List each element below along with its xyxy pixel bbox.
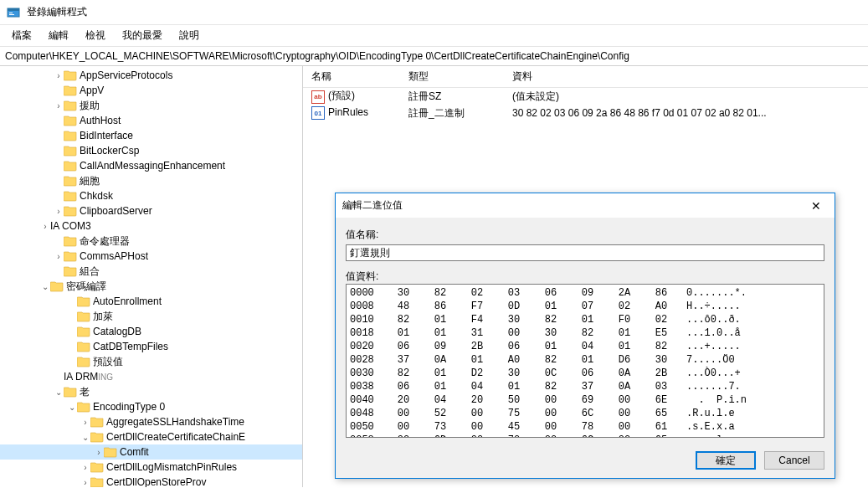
hex-line[interactable]: 00003082020306092A860.......*. bbox=[350, 286, 820, 300]
svg-rect-1 bbox=[8, 8, 19, 11]
address-bar[interactable]: Computer\HKEY_LOCAL_MACHINE\SOFTWARE\Mic… bbox=[0, 47, 868, 66]
hex-line[interactable]: 00500073004500780061.s.E.x.a bbox=[350, 420, 820, 434]
tree-item-label: AppV bbox=[80, 85, 104, 96]
chevron-down-icon[interactable]: ⌄ bbox=[80, 433, 90, 442]
hex-line[interactable]: 0028370A01A08201D6307.....Ö0 bbox=[350, 353, 820, 367]
tree-item[interactable]: 組合 bbox=[0, 264, 302, 279]
ok-button[interactable]: 確定 bbox=[696, 451, 756, 470]
tree-item-label: CertDllOpenStoreProv bbox=[106, 476, 206, 487]
tree-item-label: CatDBTempFiles bbox=[93, 341, 168, 352]
tree-item[interactable]: CatalogDB bbox=[0, 324, 302, 339]
hex-editor[interactable]: 00003082020306092A860.......*.00084886F7… bbox=[346, 284, 824, 438]
menu-file[interactable]: 檔案 bbox=[5, 27, 39, 44]
hex-line[interactable]: 00084886F70D010702A0H..÷..... bbox=[350, 300, 820, 313]
tree-item[interactable]: AuthHost bbox=[0, 113, 302, 128]
hex-line[interactable]: 00380601040182370A03.......7. bbox=[350, 380, 820, 393]
tree-item[interactable]: ›IA COM3 bbox=[0, 218, 302, 234]
menubar: 檔案 編輯 檢視 我的最愛 說明 bbox=[0, 25, 868, 47]
value-name-label: 值名稱: bbox=[346, 228, 824, 242]
tree-item[interactable]: Chkdsk bbox=[0, 188, 302, 203]
tree-item[interactable]: BitLockerCsp bbox=[0, 143, 302, 158]
chevron-right-icon[interactable]: › bbox=[54, 207, 64, 216]
tree-item-label: 加萊 bbox=[93, 310, 113, 324]
tree-item[interactable]: 預設值 bbox=[0, 354, 302, 369]
tree-item[interactable]: 加萊 bbox=[0, 309, 302, 324]
tree-item[interactable]: ⌄EncodingType 0 bbox=[0, 399, 302, 414]
close-icon[interactable]: ✕ bbox=[804, 199, 828, 213]
chevron-right-icon[interactable]: › bbox=[54, 101, 64, 110]
hex-line[interactable]: 002006092B0601040182...+..... bbox=[350, 340, 820, 353]
menu-edit[interactable]: 編輯 bbox=[42, 27, 75, 44]
tree-item-label: Comfit bbox=[120, 446, 149, 458]
tree-item[interactable]: ›援助 bbox=[0, 98, 302, 113]
string-value-icon: ab bbox=[311, 90, 325, 104]
hex-line[interactable]: 00308201D2300C060A2B...Ò0...+ bbox=[350, 367, 820, 380]
chevron-down-icon[interactable]: ⌄ bbox=[40, 282, 50, 291]
menu-fav[interactable]: 我的最愛 bbox=[116, 27, 169, 44]
tree-item-label: ClipboardServer bbox=[80, 205, 152, 217]
tree-item[interactable]: AppV bbox=[0, 83, 302, 98]
tree-item-label: 組合 bbox=[80, 265, 100, 279]
chevron-down-icon[interactable]: ⌄ bbox=[54, 388, 64, 397]
tree-panel[interactable]: ›AppServiceProtocolsAppV›援助AuthHostBidIn… bbox=[0, 66, 303, 487]
tree-item-label: AppServiceProtocols bbox=[80, 69, 172, 81]
tree-item[interactable]: ⌄CertDllCreateCertificateChainE bbox=[0, 429, 302, 444]
window-title: 登錄編輯程式 bbox=[27, 5, 87, 19]
menu-view[interactable]: 檢視 bbox=[79, 27, 112, 44]
chevron-right-icon[interactable]: › bbox=[94, 448, 104, 457]
tree-item[interactable]: IA DRMING bbox=[0, 369, 302, 384]
tree-item-label: EncodingType 0 bbox=[93, 401, 165, 413]
tree-item[interactable]: 細胞 bbox=[0, 173, 302, 188]
hex-line[interactable]: 0040200420500069006E . P.i.n bbox=[350, 393, 820, 407]
tree-item[interactable]: ›AppServiceProtocols bbox=[0, 68, 302, 83]
value-data-label: 值資料: bbox=[346, 270, 824, 284]
tree-item[interactable]: CatDBTempFiles bbox=[0, 339, 302, 354]
tree-item[interactable]: ›CertDllLogMismatchPinRules bbox=[0, 460, 302, 475]
list-row[interactable]: ab(預設)註冊SZ(值未設定) bbox=[303, 88, 868, 105]
tree-item[interactable]: ⌄老 bbox=[0, 384, 302, 399]
chevron-right-icon[interactable]: › bbox=[54, 71, 64, 80]
tree-item-label: CatalogDB bbox=[93, 326, 141, 337]
tree-item[interactable]: CallAndMessagingEnhancement bbox=[0, 158, 302, 173]
tree-item-label: 密碼編譯 bbox=[66, 280, 106, 294]
tree-item-label: 援助 bbox=[80, 99, 100, 113]
hex-line[interactable]: 004800520075006C0065.R.u.l.e bbox=[350, 407, 820, 420]
value-name-input[interactable] bbox=[346, 244, 824, 261]
tree-item[interactable]: AutoEnrollment bbox=[0, 294, 302, 309]
titlebar: 登錄編輯程式 bbox=[0, 0, 868, 25]
tree-item-label: AutoEnrollment bbox=[93, 295, 162, 307]
col-type[interactable]: 類型 bbox=[400, 66, 504, 87]
hex-line[interactable]: 0058006D0070006C0065.m.p.l.e bbox=[350, 434, 820, 438]
tree-item[interactable]: ›CommsAPHost bbox=[0, 249, 302, 264]
col-name[interactable]: 名稱 bbox=[303, 66, 400, 87]
tree-item-label: 老 bbox=[80, 385, 90, 399]
chevron-right-icon[interactable]: › bbox=[54, 252, 64, 261]
cancel-button[interactable]: Cancel bbox=[764, 451, 824, 470]
tree-item[interactable]: ›AggregateSSLHandshakeTime bbox=[0, 414, 302, 429]
list-header: 名稱 類型 資料 bbox=[303, 66, 868, 88]
tree-item-label: Chkdsk bbox=[80, 190, 113, 202]
col-data[interactable]: 資料 bbox=[504, 66, 868, 87]
chevron-right-icon[interactable]: › bbox=[80, 478, 90, 487]
edit-binary-dialog: 編輯二進位值 ✕ 值名稱: 值資料: 00003082020306092A860… bbox=[335, 193, 835, 479]
tree-item[interactable]: ›Comfit bbox=[0, 444, 302, 460]
menu-help[interactable]: 說明 bbox=[172, 27, 206, 44]
tree-item-label: BitLockerCsp bbox=[80, 145, 139, 157]
tree-item[interactable]: ⌄密碼編譯 bbox=[0, 279, 302, 294]
tree-item-label: 命令處理器 bbox=[80, 234, 130, 249]
tree-item[interactable]: 命令處理器 bbox=[0, 234, 302, 249]
tree-item-label: AuthHost bbox=[80, 115, 121, 126]
hex-line[interactable]: 001801013100308201E5...1.0..å bbox=[350, 326, 820, 340]
list-row[interactable]: 01PinRules註冊_二進制30 82 02 03 06 09 2a 86 … bbox=[303, 105, 868, 121]
tree-item[interactable]: ›ClipboardServer bbox=[0, 203, 302, 218]
tree-item[interactable]: ›CertDllOpenStoreProv bbox=[0, 475, 302, 487]
chevron-right-icon[interactable]: › bbox=[80, 418, 90, 427]
tree-item[interactable]: BidInterface bbox=[0, 128, 302, 143]
chevron-down-icon[interactable]: ⌄ bbox=[67, 403, 77, 412]
chevron-right-icon[interactable]: › bbox=[40, 222, 50, 231]
hex-line[interactable]: 00108201F4308201F002...ô0..ð. bbox=[350, 313, 820, 326]
dialog-title: 編輯二進位值 bbox=[342, 198, 403, 213]
regedit-icon bbox=[7, 6, 20, 19]
tree-item-label: BidInterface bbox=[80, 130, 133, 141]
chevron-right-icon[interactable]: › bbox=[80, 463, 90, 472]
